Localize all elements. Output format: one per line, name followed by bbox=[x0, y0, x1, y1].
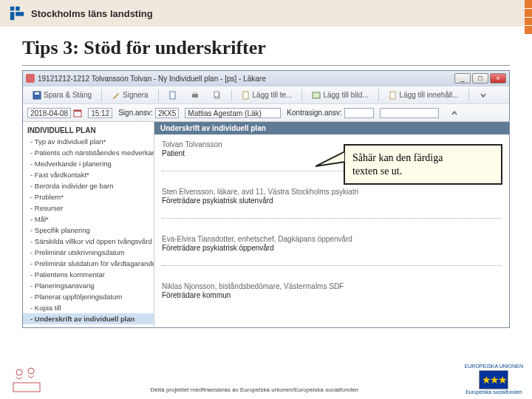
date-field[interactable]: 2018-04-08 bbox=[27, 108, 82, 118]
footer-note: Detta projektet medfinansieras av Europe… bbox=[44, 386, 465, 393]
calendar-icon bbox=[73, 109, 82, 117]
content-icon bbox=[389, 91, 398, 100]
sidebar-item[interactable]: - Patientens kommentar bbox=[23, 269, 154, 280]
add-image-button[interactable]: Lägg till bild... bbox=[307, 89, 373, 102]
sidebar-item[interactable]: - Planerat uppföljeringsdatum bbox=[23, 291, 154, 302]
refresh-button[interactable] bbox=[163, 89, 183, 102]
signature-line bbox=[162, 218, 502, 219]
svg-rect-6 bbox=[170, 92, 175, 99]
separator bbox=[301, 89, 302, 101]
sidebar-heading: INDIVIDUELL PLAN bbox=[23, 125, 154, 136]
sidebar-item[interactable]: - Fast vårdkontakt* bbox=[23, 169, 154, 180]
svg-rect-15 bbox=[74, 110, 81, 112]
sig-role: Företrädare psykiatrisk öppenvård bbox=[162, 244, 502, 252]
nav-sidebar: INDIVIDUELL PLAN - Typ av individuell pl… bbox=[23, 122, 154, 327]
image-icon bbox=[312, 91, 321, 100]
sidebar-item[interactable]: - Planeringsansvarig bbox=[23, 280, 154, 291]
kontra-name[interactable] bbox=[380, 108, 439, 118]
slide-title: Tips 3: Stöd för underskrifter bbox=[0, 27, 532, 65]
page-icon bbox=[168, 91, 177, 100]
add-content-button[interactable]: Lägg till innehåll... bbox=[383, 89, 464, 102]
kontra-code[interactable] bbox=[344, 108, 374, 118]
sidebar-item[interactable]: - Patients och närstståendes medverkan* bbox=[23, 147, 154, 158]
svg-rect-3 bbox=[16, 12, 24, 16]
svg-rect-11 bbox=[243, 92, 248, 99]
maximize-button[interactable]: □ bbox=[472, 73, 488, 83]
time-field[interactable]: 15:12 bbox=[88, 108, 112, 118]
signature-block: Niklas Njonsson, biståndsbedömare, Väste… bbox=[162, 282, 502, 302]
brand-name: Stockholms läns landsting bbox=[31, 8, 153, 19]
separator bbox=[468, 89, 469, 101]
add-text-label: Lägg till te... bbox=[253, 91, 293, 99]
sign-label: Signera bbox=[123, 91, 148, 99]
svg-rect-10 bbox=[214, 92, 219, 97]
sign-name[interactable]: Mattias Agestam (Läk) bbox=[185, 108, 281, 118]
sign-button[interactable]: Signera bbox=[106, 89, 153, 102]
callout-line2: texten se ut. bbox=[352, 166, 402, 177]
sidebar-item[interactable]: - Mål* bbox=[23, 214, 154, 225]
sidebar-item-selected[interactable]: - Underskrift av individuell plan bbox=[23, 313, 154, 324]
app-window: 19121212-1212 Tolvansson Tolvan - Ny Ind… bbox=[22, 70, 510, 328]
date-value: 2018-04-08 bbox=[27, 108, 71, 118]
brand-header: Stockholms läns landsting bbox=[0, 0, 532, 27]
separator bbox=[101, 89, 102, 101]
sidebar-item[interactable]: - Preliminär slutdatum för vårdtagarande bbox=[23, 258, 154, 269]
brand-logo: Stockholms läns landsting bbox=[9, 5, 153, 21]
sig-role: Företrädare kommun bbox=[162, 291, 502, 299]
sidebar-item[interactable]: - Resurser bbox=[23, 202, 154, 214]
add-image-label: Lägg till bild... bbox=[323, 91, 368, 99]
eu-flag-icon: ★ ★ ★ bbox=[479, 370, 508, 389]
countersign-responsible: Kontrasign.ansv: bbox=[287, 108, 374, 118]
sidebar-item[interactable]: - Specifik planering bbox=[23, 225, 154, 236]
title-rule bbox=[22, 65, 510, 66]
svg-rect-2 bbox=[16, 7, 20, 11]
print-button[interactable] bbox=[185, 89, 205, 102]
sidebar-item[interactable]: - Kopia till bbox=[23, 302, 154, 313]
svg-point-17 bbox=[16, 369, 22, 375]
toolbar-secondary: 2018-04-08 15:12 Sign.ansv:2KX5 Mattias … bbox=[23, 103, 509, 121]
sig-name: Sten Elvensson, läkare, avd 11, Västra S… bbox=[162, 188, 502, 196]
minimize-button[interactable]: _ bbox=[454, 73, 471, 83]
toolbar-primary: Spara & Stäng Signera Lägg till te... Lä… bbox=[23, 86, 509, 103]
sign-label: Sign.ansv: bbox=[118, 109, 153, 117]
separator bbox=[378, 89, 379, 101]
sidebar-item[interactable]: - Berörda individer ge barn bbox=[23, 180, 154, 191]
svg-marker-16 bbox=[316, 151, 345, 166]
sign-responsible: Sign.ansv:2KX5 bbox=[118, 108, 179, 118]
people-illustration-icon bbox=[9, 365, 44, 395]
callout-arrow-icon bbox=[316, 151, 345, 172]
section-heading: Underskrift av individuell plan bbox=[154, 122, 509, 134]
signature-line bbox=[162, 265, 502, 266]
sidebar-item[interactable]: - Preliminär utskrivningsdatum bbox=[23, 247, 154, 258]
slide-footer: Detta projektet medfinansieras av Europe… bbox=[0, 364, 532, 395]
window-titlebar: 19121212-1212 Tolvansson Tolvan - Ny Ind… bbox=[23, 71, 509, 86]
sidebar-item[interactable]: - Särskilda villkor vid öppen tvångsvård bbox=[23, 236, 154, 247]
collapse-button[interactable] bbox=[445, 106, 464, 120]
callout: Såhär kan den färdiga texten se ut. bbox=[344, 144, 502, 185]
kontra-label: Kontrasign.ansv: bbox=[287, 109, 342, 117]
sign-code[interactable]: 2KX5 bbox=[155, 108, 179, 118]
sig-role: Företrädare psykiatrisk slutenvård bbox=[162, 197, 502, 205]
sidebar-item[interactable]: - Problem* bbox=[23, 191, 154, 202]
signature-block: Sten Elvensson, läkare, avd 11, Västra S… bbox=[162, 188, 502, 222]
eu-logo-block: EUROPEISKA UNIONEN ★ ★ ★ Europeiska soci… bbox=[465, 364, 523, 395]
time-value: 15:12 bbox=[88, 108, 112, 118]
sidebar-item[interactable]: - Typ av individuell plan* bbox=[23, 136, 154, 147]
add-text-button[interactable]: Lägg till te... bbox=[236, 89, 298, 102]
copy-button[interactable] bbox=[208, 89, 227, 102]
svg-rect-13 bbox=[390, 92, 395, 99]
callout-line1: Såhär kan den färdiga bbox=[352, 152, 443, 163]
callout-box: Såhär kan den färdiga texten se ut. bbox=[344, 144, 502, 185]
app-icon bbox=[26, 74, 35, 83]
sidebar-item[interactable]: - Medverkande i planering bbox=[23, 158, 154, 169]
sll-logo-icon bbox=[9, 5, 25, 21]
close-button[interactable]: × bbox=[490, 73, 506, 83]
text-icon bbox=[242, 91, 250, 100]
svg-rect-8 bbox=[193, 92, 197, 94]
copy-icon bbox=[213, 91, 222, 100]
more-button[interactable] bbox=[474, 89, 493, 102]
eu-bottom-text: Europeiska socialfonden bbox=[466, 389, 522, 395]
accent-stripe bbox=[525, 0, 532, 34]
save-close-button[interactable]: Spara & Stäng bbox=[27, 89, 97, 102]
svg-rect-1 bbox=[10, 12, 15, 20]
